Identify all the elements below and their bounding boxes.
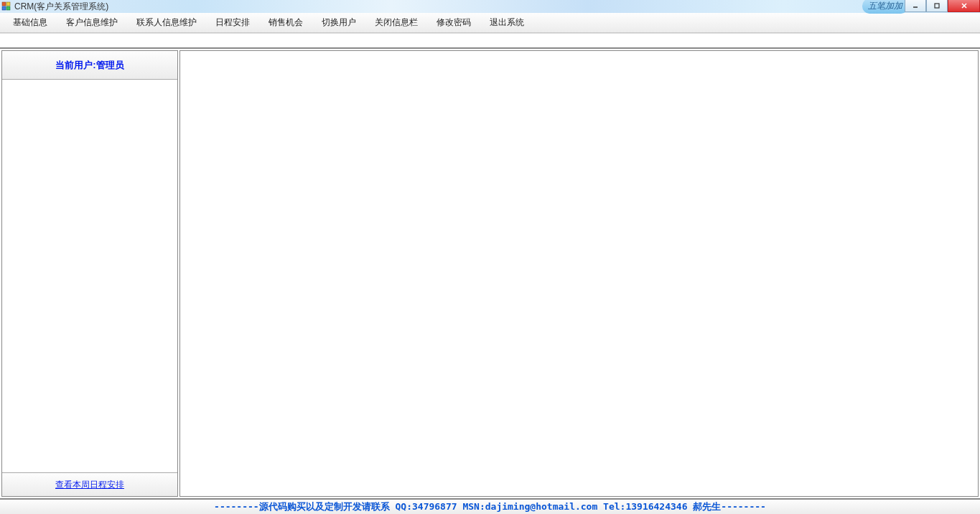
toolbar-gap [0, 33, 980, 47]
content-area: 当前用户:管理员 查看本周日程安排 [0, 47, 980, 498]
view-week-schedule-link[interactable]: 查看本周日程安排 [55, 479, 124, 491]
app-icon [1, 1, 11, 11]
menu-close-info-panel[interactable]: 关闭信息栏 [368, 14, 425, 32]
sidebar-footer: 查看本周日程安排 [2, 473, 177, 496]
menu-schedule[interactable]: 日程安排 [208, 14, 257, 32]
menu-basic-info[interactable]: 基础信息 [6, 14, 55, 32]
sidebar: 当前用户:管理员 查看本周日程安排 [1, 50, 178, 497]
menu-exit-system[interactable]: 退出系统 [482, 14, 531, 32]
maximize-button[interactable] [926, 0, 948, 12]
minimize-button[interactable] [905, 0, 926, 12]
title-bar: CRM(客户关系管理系统) 五笔加加 [0, 0, 980, 13]
svg-rect-3 [6, 6, 10, 10]
menu-customer-info[interactable]: 客户信息维护 [59, 14, 125, 32]
svg-rect-2 [2, 6, 6, 10]
window-title: CRM(客户关系管理系统) [14, 1, 108, 13]
menu-contact-info[interactable]: 联系人信息维护 [129, 14, 204, 32]
svg-rect-0 [2, 2, 6, 6]
sidebar-body [2, 80, 177, 473]
menu-sales-opportunity[interactable]: 销售机会 [261, 14, 310, 32]
svg-rect-5 [935, 4, 939, 8]
svg-rect-1 [6, 2, 10, 6]
main-workspace [179, 50, 979, 497]
menu-change-password[interactable]: 修改密码 [429, 14, 478, 32]
ime-badge: 五笔加加 [862, 0, 908, 14]
status-text: --------源代码购买以及定制开发请联系 QQ:34796877 MSN:d… [214, 500, 766, 513]
window-controls [905, 0, 980, 12]
current-user-label: 当前用户:管理员 [2, 51, 177, 80]
menu-switch-user[interactable]: 切换用户 [314, 14, 363, 32]
menu-bar: 基础信息 客户信息维护 联系人信息维护 日程安排 销售机会 切换用户 关闭信息栏… [0, 13, 980, 33]
close-button[interactable] [948, 0, 980, 12]
status-bar: --------源代码购买以及定制开发请联系 QQ:34796877 MSN:d… [0, 498, 980, 514]
